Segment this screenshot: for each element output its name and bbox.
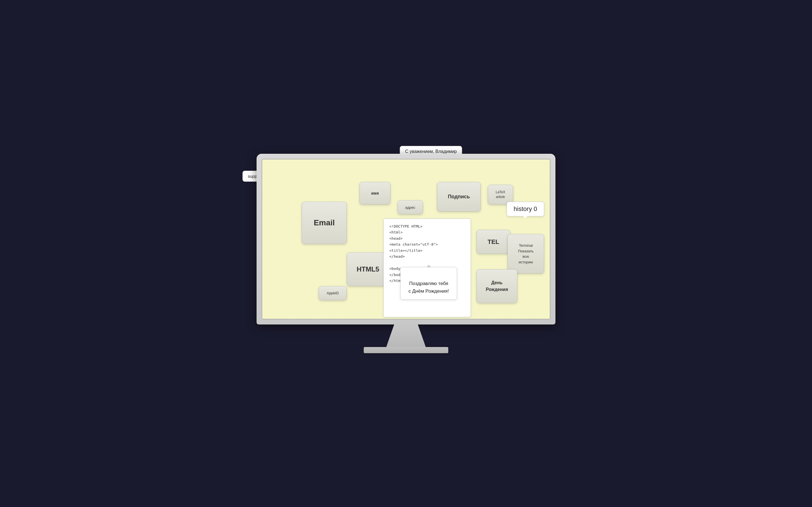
- key-birthday[interactable]: День Рождения: [476, 269, 517, 303]
- monitor-stand: [386, 325, 426, 347]
- key-tel[interactable]: TEL: [476, 230, 510, 254]
- key-terminal[interactable]: Terminal Показать всю историю: [507, 234, 544, 274]
- key-appleid[interactable]: AppleID: [319, 286, 347, 300]
- key-address[interactable]: адрес: [398, 200, 423, 214]
- history-bubble: history 0: [507, 202, 544, 216]
- birthday-text: Поздравляю тебя с Днём Рождения!: [409, 281, 449, 294]
- monitor-wrapper: С уважением, Владимир support@pashka-sof…: [251, 154, 561, 353]
- monitor-base: [364, 347, 448, 353]
- key-email[interactable]: Email: [302, 202, 347, 244]
- signature-text: С уважением, Владимир: [405, 149, 457, 154]
- key-name[interactable]: имя: [359, 182, 391, 205]
- key-html5[interactable]: HTML5: [347, 252, 389, 286]
- birthday-bubble: Поздравляю тебя с Днём Рождения!: [400, 267, 457, 300]
- key-signature[interactable]: Подпись: [437, 182, 481, 212]
